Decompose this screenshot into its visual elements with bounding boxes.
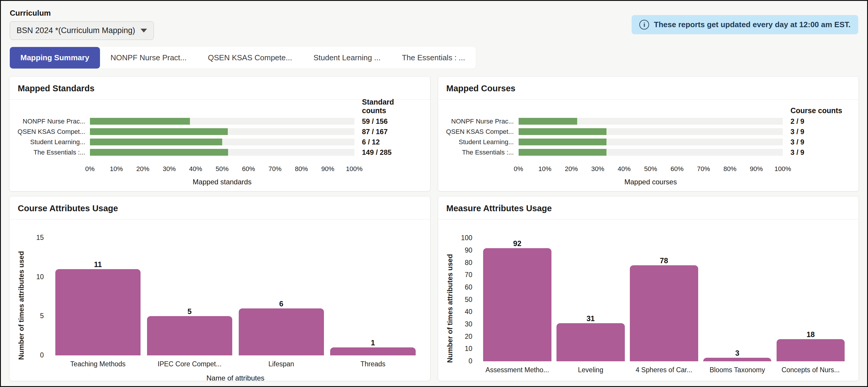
y-tick: 60 xyxy=(465,284,472,291)
bar[interactable] xyxy=(703,358,772,362)
bar-column: 1 xyxy=(327,339,419,355)
tab-nonpf-nurse-pract[interactable]: NONPF Nurse Pract... xyxy=(100,47,197,69)
x-tick: 100% xyxy=(346,165,363,173)
chart-row: Student Learning...3 / 9 xyxy=(445,137,848,147)
category-label: QSEN KSAS Compet... xyxy=(445,128,519,136)
bar[interactable] xyxy=(90,149,228,156)
spacer xyxy=(28,368,50,381)
curriculum-label: Curriculum xyxy=(10,8,154,18)
bar[interactable] xyxy=(777,339,845,361)
spacer xyxy=(457,361,478,374)
curriculum-dropdown[interactable]: BSN 2024 *(Curriculum Mapping) xyxy=(10,21,154,40)
chart-row: NONPF Nurse Prac...59 / 156 xyxy=(16,116,420,127)
counts-header: Course counts xyxy=(783,106,848,115)
curriculum-dropdown-value: BSN 2024 *(Curriculum Mapping) xyxy=(17,26,135,35)
x-tick: 90% xyxy=(750,165,763,173)
bar[interactable] xyxy=(55,269,141,355)
update-info-banner: i These reports get updated every day at… xyxy=(631,15,858,34)
x-tick: 40% xyxy=(618,165,631,173)
count-value: 59 / 156 xyxy=(354,117,420,126)
y-tick: 40 xyxy=(465,308,472,315)
x-tick: 50% xyxy=(216,165,229,173)
measure-attributes-chart: Number of times attributes used010203040… xyxy=(438,219,859,381)
bar-value-label: 11 xyxy=(94,261,102,268)
bar[interactable] xyxy=(330,347,415,355)
bar[interactable] xyxy=(483,248,552,361)
y-axis-title: Number of times attributes used xyxy=(443,228,457,381)
bar-column: 5 xyxy=(144,308,236,355)
spacer xyxy=(519,108,783,115)
x-axis: 0%10%20%30%40%50%60%70%80%90%100% xyxy=(16,165,420,173)
spacer xyxy=(28,355,50,368)
x-axis: 0%10%20%30%40%50%60%70%80%90%100% xyxy=(445,165,848,173)
measure-attributes-card: Measure Attributes Usage Number of times… xyxy=(438,196,859,381)
category-label: NONPF Nurse Prac... xyxy=(16,117,90,125)
category-label: Concepts of Nurs... xyxy=(774,366,847,374)
tab-the-essentials[interactable]: The Essentials : ... xyxy=(391,47,476,69)
bar[interactable] xyxy=(519,118,577,125)
y-tick: 20 xyxy=(465,333,472,340)
chart-header-row: Standard counts xyxy=(16,103,420,116)
count-value: 87 / 167 xyxy=(354,128,420,136)
top-bar: Curriculum BSN 2024 *(Curriculum Mapping… xyxy=(1,1,867,40)
tab-mapping-summary[interactable]: Mapping Summary xyxy=(10,47,100,69)
category-label: Leveling xyxy=(554,366,627,374)
bar-track xyxy=(90,128,354,135)
bar[interactable] xyxy=(630,265,698,361)
x-axis-title-row: Name of attributes xyxy=(457,374,850,381)
chart-body: 0102030405060708090100923178318Assessmen… xyxy=(457,228,850,381)
y-axis: 051015 xyxy=(28,228,50,355)
y-axis-title: Number of times attributes used xyxy=(14,228,28,381)
bar-value-label: 6 xyxy=(279,300,283,308)
bar-column: 18 xyxy=(774,331,847,361)
tab-qsen-ksas-compete[interactable]: QSEN KSAS Compete... xyxy=(197,47,303,69)
x-tick: 30% xyxy=(163,165,176,173)
bar[interactable] xyxy=(90,128,228,135)
count-value: 149 / 285 xyxy=(354,148,420,156)
bar[interactable] xyxy=(239,308,324,355)
bar-column: 31 xyxy=(554,315,627,361)
x-tick: 20% xyxy=(136,165,149,173)
tab-student-learning[interactable]: Student Learning ... xyxy=(303,47,391,69)
bar-column: 11 xyxy=(52,261,144,355)
card-title: Course Attributes Usage xyxy=(9,197,430,219)
bar[interactable] xyxy=(90,118,190,125)
bar-value-label: 31 xyxy=(586,315,595,322)
bar[interactable] xyxy=(519,149,607,156)
chevron-down-icon xyxy=(141,29,147,33)
y-tick: 90 xyxy=(465,247,472,254)
mapped-courses-chart: Course countsNONPF Nurse Prac...2 / 9QSE… xyxy=(438,100,859,187)
spacer xyxy=(457,374,478,381)
course-attributes-chart: Number of times attributes used051015115… xyxy=(9,219,430,381)
x-axis-row: Assessment Metho...Leveling4 Spheres of … xyxy=(457,361,850,374)
x-tick: 100% xyxy=(775,165,791,173)
x-axis-title: Name of attributes xyxy=(50,374,421,381)
x-axis-title-row: Mapped standards xyxy=(16,177,420,187)
chart-row: QSEN KSAS Compet...3 / 9 xyxy=(445,127,848,137)
count-value: 3 / 9 xyxy=(783,148,848,156)
bar[interactable] xyxy=(556,323,625,361)
bar-column: 92 xyxy=(481,240,554,361)
chart-header-row: Course counts xyxy=(445,103,848,116)
x-tick: 10% xyxy=(110,165,123,173)
x-axis: Assessment Metho...Leveling4 Spheres of … xyxy=(478,366,850,374)
x-tick: 60% xyxy=(242,165,255,173)
x-tick: 50% xyxy=(644,165,657,173)
info-circle-icon: i xyxy=(639,20,649,30)
category-label: QSEN KSAS Compet... xyxy=(16,128,90,136)
bar-value-label: 92 xyxy=(513,240,522,247)
bar[interactable] xyxy=(90,139,222,145)
bar-value-label: 78 xyxy=(660,257,668,265)
category-label: Student Learning... xyxy=(445,138,519,146)
bar[interactable] xyxy=(519,139,607,145)
x-tick: 60% xyxy=(671,165,684,173)
x-tick: 80% xyxy=(295,165,308,173)
counts-header: Standard counts xyxy=(354,98,420,115)
y-tick: 10 xyxy=(36,274,44,280)
update-info-text: These reports get updated every day at 1… xyxy=(654,20,850,29)
x-axis-row: Teaching MethodsIPEC Core Compet...Lifes… xyxy=(28,355,421,368)
x-tick: 0% xyxy=(85,165,95,173)
bar[interactable] xyxy=(147,316,232,355)
bar[interactable] xyxy=(519,128,607,135)
x-tick: 20% xyxy=(565,165,578,173)
